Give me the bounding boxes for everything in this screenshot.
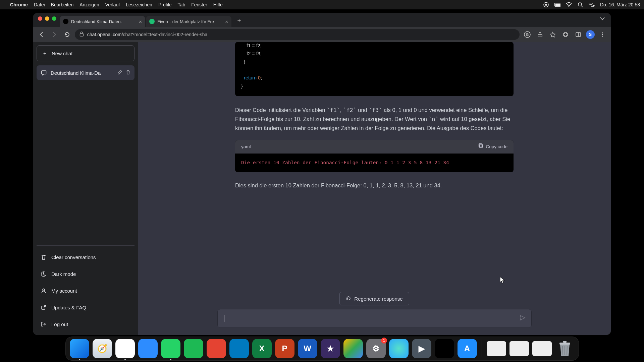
lock-icon bbox=[79, 32, 84, 38]
svg-text:G: G bbox=[526, 33, 529, 37]
screen-record-icon[interactable] bbox=[543, 2, 549, 8]
menu-datei[interactable]: Datei bbox=[34, 2, 45, 7]
address-bar[interactable]: chat.openai.com/chat?model=text-davinci-… bbox=[75, 29, 520, 40]
regenerate-response-button[interactable]: Regenerate response bbox=[339, 292, 409, 305]
menu-bearbeiten[interactable]: Bearbeiten bbox=[51, 2, 74, 7]
copy-code-button[interactable]: Copy code bbox=[478, 143, 507, 150]
dock-app-todoist[interactable] bbox=[207, 339, 226, 358]
svg-rect-21 bbox=[41, 71, 46, 74]
dock-app-voice-memos[interactable] bbox=[435, 339, 454, 358]
menu-tab[interactable]: Tab bbox=[178, 2, 185, 7]
dock-app-appstore[interactable]: A bbox=[458, 339, 477, 358]
sidebar-log-out[interactable]: Log out bbox=[37, 317, 135, 331]
dock-app-quicktime[interactable]: ▶ bbox=[412, 339, 431, 358]
window-maximize-button[interactable] bbox=[52, 16, 56, 21]
nav-forward-button[interactable] bbox=[49, 29, 59, 40]
profile-avatar[interactable]: S bbox=[586, 30, 595, 39]
new-chat-button[interactable]: ＋ New chat bbox=[37, 45, 135, 61]
wifi-icon[interactable] bbox=[566, 2, 572, 8]
dock-trash[interactable] bbox=[555, 339, 575, 358]
dock-app-settings[interactable]: ⚙1 bbox=[366, 339, 386, 358]
plus-icon: ＋ bbox=[42, 50, 48, 57]
control-center-icon[interactable] bbox=[589, 2, 595, 8]
dock-app-siri[interactable] bbox=[389, 339, 409, 358]
edit-conversation-icon[interactable] bbox=[117, 70, 122, 76]
sidebar-item-label: Updates & FAQ bbox=[51, 305, 86, 310]
tab-overflow-icon[interactable] bbox=[600, 17, 609, 23]
extensions-icon[interactable] bbox=[560, 29, 571, 40]
message-input[interactable] bbox=[218, 309, 531, 327]
dock-app-excel[interactable]: X bbox=[252, 339, 272, 358]
tab-inactive[interactable]: Fiverr - der Marktplatz für Fre × bbox=[146, 16, 231, 27]
svg-point-19 bbox=[602, 34, 603, 35]
dock-app-powerpoint[interactable]: P bbox=[275, 339, 294, 358]
dock-app-word[interactable]: W bbox=[298, 339, 317, 358]
delete-conversation-icon[interactable] bbox=[126, 70, 130, 76]
regenerate-label: Regenerate response bbox=[354, 296, 402, 302]
dock-app-trello[interactable] bbox=[229, 339, 249, 358]
page-content: ＋ New chat Deutschland Klima-Da bbox=[33, 42, 611, 335]
menu-anzeigen[interactable]: Anzeigen bbox=[79, 2, 99, 7]
nav-back-button[interactable] bbox=[37, 29, 47, 40]
dock-app-finder[interactable] bbox=[70, 339, 89, 358]
dock-app-drive[interactable] bbox=[343, 339, 363, 358]
window-traffic-lights bbox=[35, 16, 60, 24]
dock-minimized-window[interactable] bbox=[509, 341, 529, 356]
menu-hilfe[interactable]: Hilfe bbox=[213, 2, 223, 7]
menubar-app-name[interactable]: Chrome bbox=[10, 2, 28, 7]
dock-minimized-window[interactable] bbox=[532, 341, 552, 356]
new-chat-label: New chat bbox=[52, 51, 73, 56]
tab-title: Deutschland Klima-Daten. bbox=[71, 19, 136, 24]
dock-app-spotify[interactable] bbox=[184, 339, 203, 358]
running-indicator bbox=[79, 359, 80, 360]
new-tab-button[interactable]: ＋ bbox=[234, 15, 244, 25]
text-caret bbox=[224, 315, 224, 322]
sidepanel-icon[interactable] bbox=[573, 29, 583, 40]
sidebar-item-label: Clear conversations bbox=[51, 254, 96, 260]
svg-point-5 bbox=[569, 6, 570, 7]
menu-lesezeichen[interactable]: Lesezeichen bbox=[126, 2, 152, 7]
svg-line-30 bbox=[567, 346, 567, 355]
dock-app-zoom[interactable] bbox=[138, 339, 158, 358]
menu-verlauf[interactable]: Verlauf bbox=[105, 2, 120, 7]
window-close-button[interactable] bbox=[38, 16, 42, 21]
chat-bubble-icon bbox=[41, 70, 47, 76]
svg-rect-12 bbox=[80, 34, 84, 36]
code-content: f1 = f2; f2 = f3; } return 0; } bbox=[241, 42, 507, 90]
tab-active[interactable]: Deutschland Klima-Daten. × bbox=[60, 16, 145, 27]
copy-code-label: Copy code bbox=[486, 143, 507, 150]
sidebar-dark-mode[interactable]: Dark mode bbox=[37, 266, 135, 281]
menu-fenster[interactable]: Fenster bbox=[191, 2, 207, 7]
google-account-icon[interactable]: G bbox=[522, 29, 532, 40]
dock-app-chrome[interactable] bbox=[115, 339, 135, 358]
sidebar-updates-faq[interactable]: Updates & FAQ bbox=[37, 300, 135, 315]
sidebar-clear-conversations[interactable]: Clear conversations bbox=[37, 250, 135, 264]
conversation-item[interactable]: Deutschland Klima-Da bbox=[37, 65, 135, 80]
send-button-icon[interactable] bbox=[519, 314, 526, 322]
menubar-clock[interactable]: Do. 16. März 20:58 bbox=[600, 2, 640, 7]
svg-point-22 bbox=[43, 289, 45, 291]
logout-icon bbox=[41, 321, 47, 327]
dock-app-safari[interactable]: 🧭 bbox=[93, 339, 112, 358]
nav-reload-button[interactable] bbox=[62, 29, 72, 40]
sidebar-item-label: Log out bbox=[51, 321, 68, 327]
chrome-menu-icon[interactable] bbox=[597, 29, 607, 40]
window-minimize-button[interactable] bbox=[45, 16, 49, 21]
share-icon[interactable] bbox=[535, 29, 545, 40]
tab-close-icon[interactable]: × bbox=[225, 19, 228, 24]
code-block: f1 = f2; f2 = f3; } return 0; } bbox=[235, 42, 514, 96]
tab-close-icon[interactable]: × bbox=[139, 19, 142, 24]
svg-rect-4 bbox=[555, 4, 560, 6]
sidebar-my-account[interactable]: My account bbox=[37, 283, 135, 298]
battery-icon[interactable] bbox=[554, 2, 560, 8]
bookmark-star-icon[interactable] bbox=[548, 29, 558, 40]
chatgpt-sidebar: ＋ New chat Deutschland Klima-Da bbox=[33, 42, 138, 335]
svg-point-20 bbox=[602, 36, 603, 37]
spotlight-search-icon[interactable] bbox=[577, 2, 583, 8]
tab-title: Fiverr - der Marktplatz für Fre bbox=[157, 19, 222, 24]
menu-profile[interactable]: Profile bbox=[158, 2, 172, 7]
dock-minimized-window[interactable] bbox=[487, 341, 506, 356]
dock-app-whatsapp[interactable] bbox=[161, 339, 180, 358]
dock-app-imovie[interactable]: ★ bbox=[321, 339, 340, 358]
dock: 🧭XPW★⚙1▶A bbox=[0, 335, 644, 362]
